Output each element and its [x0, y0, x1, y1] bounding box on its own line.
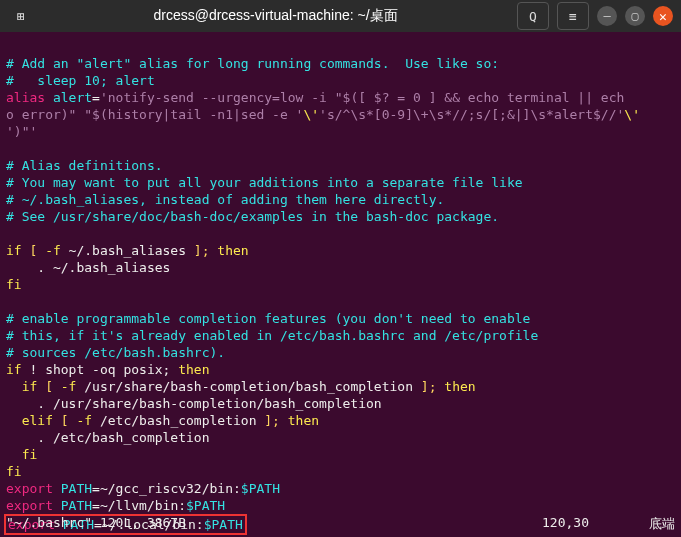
status-pos: 120,30	[542, 515, 589, 533]
code-line: o error)" "$(history|tail -n1|sed -e '\'…	[6, 107, 640, 122]
code-line: # You may want to put all your additions…	[6, 175, 523, 190]
code-line: # ~/.bash_aliases, instead of adding the…	[6, 192, 444, 207]
code-line: alias alert='notify-send --urgency=low -…	[6, 90, 624, 105]
code-line: # sources /etc/bash.bashrc).	[6, 345, 225, 360]
code-line: export PATH=~/llvm/bin:$PATH	[6, 498, 225, 513]
status-mode: 底端	[649, 515, 675, 533]
code-line: if [ -f ~/.bash_aliases ]; then	[6, 243, 249, 258]
code-line: elif [ -f /etc/bash_completion ]; then	[6, 413, 319, 428]
maximize-icon: ▢	[631, 9, 638, 23]
code-line: # See /usr/share/doc/bash-doc/examples i…	[6, 209, 499, 224]
code-line: . /etc/bash_completion	[6, 430, 210, 445]
hamburger-icon: ≡	[569, 9, 577, 24]
minimize-button[interactable]: —	[597, 6, 617, 26]
code-line: . ~/.bash_aliases	[6, 260, 170, 275]
code-line: # Alias definitions.	[6, 158, 163, 173]
close-icon: ✕	[659, 9, 667, 24]
vim-status-line: "~/.bashrc" 120L, 3867B 120,30 底端	[6, 515, 675, 533]
minimize-icon: —	[603, 9, 610, 23]
status-file: "~/.bashrc" 120L, 3867B	[6, 515, 186, 533]
code-line: export PATH=~/gcc_riscv32/bin:$PATH	[6, 481, 280, 496]
code-line: fi	[6, 464, 22, 479]
code-line: if [ -f /usr/share/bash-completion/bash_…	[6, 379, 476, 394]
new-tab-icon: ⊞	[17, 9, 25, 24]
terminal-content[interactable]: # Add an "alert" alias for long running …	[0, 32, 681, 535]
code-line: # sleep 10; alert	[6, 73, 155, 88]
search-icon: Q	[529, 9, 537, 24]
code-line: fi	[6, 447, 37, 462]
code-line: if ! shopt -oq posix; then	[6, 362, 210, 377]
maximize-button[interactable]: ▢	[625, 6, 645, 26]
new-tab-button[interactable]: ⊞	[8, 3, 34, 29]
code-line: ')"'	[6, 124, 37, 139]
code-line: # enable programmable completion feature…	[6, 311, 530, 326]
menu-button[interactable]: ≡	[557, 2, 589, 30]
code-line: fi	[6, 277, 22, 292]
search-button[interactable]: Q	[517, 2, 549, 30]
window-title: drcess@drcess-virtual-machine: ~/桌面	[153, 7, 397, 25]
code-line: . /usr/share/bash-completion/bash_comple…	[6, 396, 382, 411]
close-button[interactable]: ✕	[653, 6, 673, 26]
code-line: # Add an "alert" alias for long running …	[6, 56, 499, 71]
window-titlebar: ⊞ drcess@drcess-virtual-machine: ~/桌面 Q …	[0, 0, 681, 32]
code-line: # this, if it's already enabled in /etc/…	[6, 328, 538, 343]
